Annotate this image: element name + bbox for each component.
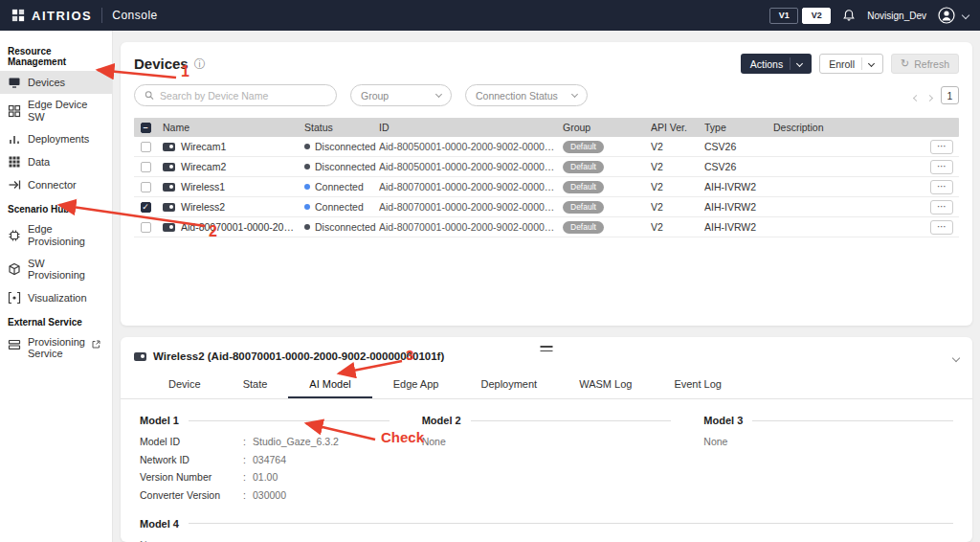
sidebar-item-label: Edge Provisioning [28, 223, 104, 247]
table-row[interactable]: Wirecam1 Disconnected Aid-80050001-0000-… [134, 137, 959, 157]
select-all-checkbox[interactable] [141, 123, 151, 133]
table-row[interactable]: Wireless2 Connected Aid-80070001-0000-20… [134, 197, 959, 217]
col-api-ver: API Ver. [651, 122, 704, 133]
prev-page-button[interactable] [914, 87, 919, 104]
external-link-icon [92, 340, 100, 349]
connector-icon [8, 178, 21, 192]
table-row[interactable]: Wirecam2 Disconnected Aid-80050001-0000-… [134, 157, 959, 177]
sidebar-item-data[interactable]: Data [0, 150, 112, 173]
refresh-label: Refresh [914, 58, 949, 70]
row-checkbox[interactable] [141, 142, 151, 152]
device-name: Wireless1 [181, 181, 225, 192]
tab-ai-model[interactable]: AI Model [288, 371, 371, 398]
row-checkbox[interactable] [141, 182, 151, 192]
network-id-value: 034764 [253, 454, 390, 465]
panel-drag-handle-icon[interactable] [541, 346, 553, 351]
info-icon[interactable]: ⓘ [194, 58, 206, 70]
button-divider [790, 57, 791, 70]
model-1-section: Model 1 Model ID : Studio_Gaze_6.3.2 Net… [140, 415, 390, 501]
device-id: Aid-80050001-0000-2000-9002-00000000048c [379, 161, 563, 172]
col-name: Name [163, 122, 304, 133]
model-1-title: Model 1 [140, 415, 179, 426]
field-label: Model ID [140, 436, 243, 447]
model-4-title: Model 4 [140, 518, 179, 530]
device-icon [163, 163, 175, 171]
group-badge: Default [563, 201, 604, 214]
tab-event-log[interactable]: Event Log [653, 371, 743, 398]
connection-status-filter-dropdown[interactable]: Connection Status [465, 84, 588, 106]
notification-bell-icon[interactable] [842, 9, 856, 22]
sidebar-item-sw-provisioning[interactable]: SW Provisioning [0, 253, 112, 286]
device-detail-panel: Wireless2 (Aid-80070001-0000-2000-9002-0… [121, 337, 972, 542]
status-dot [304, 164, 310, 169]
tab-edge-app[interactable]: Edge App [372, 371, 460, 398]
row-checkbox[interactable] [141, 202, 151, 213]
model-4-section: Model 4 None [140, 518, 953, 542]
sidebar-item-edge-provisioning[interactable]: Edge Provisioning [0, 218, 112, 252]
sidebar-item-provisioning-service[interactable]: Provisioning Service [0, 331, 112, 365]
user-menu-chevron-icon[interactable] [962, 11, 969, 19]
divider [189, 420, 390, 421]
avatar-icon[interactable] [938, 7, 955, 24]
deployments-icon [8, 132, 21, 146]
sidebar-item-edge-device-sw[interactable]: Edge Device SW [0, 94, 112, 127]
version-toggle: V1 V2 [769, 8, 831, 24]
model-2-section: Model 2 None [422, 415, 672, 501]
colon: : [243, 436, 253, 447]
device-name: Wirecam2 [181, 161, 226, 172]
tab-deployment[interactable]: Deployment [459, 371, 558, 398]
page-number[interactable]: 1 [941, 86, 959, 104]
api-version: V2 [651, 141, 704, 152]
v2-button[interactable]: V2 [802, 8, 831, 24]
aitrios-logo-icon [11, 9, 25, 22]
colon: : [243, 454, 253, 465]
devices-panel: Devices ⓘ Actions Enroll ↻ Refresh [121, 42, 972, 326]
device-type: AIH-IVRW2 [704, 221, 773, 233]
search-input[interactable] [160, 90, 326, 102]
sidebar-item-deployments[interactable]: Deployments [0, 127, 112, 150]
row-checkbox[interactable] [141, 222, 151, 233]
sidebar-item-connector[interactable]: Connector [0, 173, 112, 196]
tab-wasm-log[interactable]: WASM Log [558, 371, 653, 398]
refresh-icon: ↻ [901, 58, 909, 69]
status-dot [304, 144, 310, 149]
chevron-down-icon [435, 91, 442, 98]
device-icon [134, 352, 146, 361]
table-row[interactable]: Aid-80070001-0000-2000-9002-00... Discon… [134, 217, 959, 237]
refresh-button[interactable]: ↻ Refresh [891, 54, 959, 74]
converter-version-value: 030000 [253, 489, 390, 501]
next-page-button[interactable] [927, 87, 932, 104]
devices-icon [8, 76, 21, 89]
brand-logo[interactable]: AITRIOS [11, 9, 92, 23]
api-version: V2 [651, 201, 704, 213]
panel-collapse-button[interactable] [953, 348, 959, 365]
device-type: AIH-IVRW2 [704, 181, 773, 192]
device-type: AIH-IVRW2 [704, 201, 773, 213]
group-filter-dropdown[interactable]: Group [350, 84, 452, 106]
tab-state[interactable]: State [222, 371, 289, 398]
col-group: Group [563, 122, 651, 133]
status-text: Disconnected [315, 141, 376, 152]
topbar-divider [101, 8, 102, 23]
row-menu-button[interactable]: ⋯ [930, 200, 953, 215]
devices-table: Name Status ID Group API Ver. Type Descr… [134, 118, 959, 237]
col-id: ID [379, 122, 563, 133]
enroll-button[interactable]: Enroll [819, 54, 883, 74]
row-menu-button[interactable]: ⋯ [930, 180, 953, 194]
product-name: Console [112, 9, 158, 22]
v1-button[interactable]: V1 [769, 8, 798, 24]
row-menu-button[interactable]: ⋯ [930, 160, 953, 174]
divider [471, 420, 672, 421]
table-row[interactable]: Wireless1 Connected Aid-80070001-0000-20… [134, 177, 959, 197]
row-menu-button[interactable]: ⋯ [930, 140, 953, 154]
tab-device[interactable]: Device [147, 371, 222, 398]
row-menu-button[interactable]: ⋯ [930, 220, 953, 235]
status-text: Connected [315, 201, 364, 213]
row-checkbox[interactable] [141, 162, 151, 172]
button-divider [861, 57, 862, 70]
actions-button[interactable]: Actions [741, 54, 812, 74]
sidebar-item-visualization[interactable]: Visualization [0, 286, 112, 309]
sidebar-item-devices[interactable]: Devices [0, 71, 112, 94]
field-label: Version Number [140, 471, 243, 483]
device-name: Wirecam1 [181, 141, 226, 152]
